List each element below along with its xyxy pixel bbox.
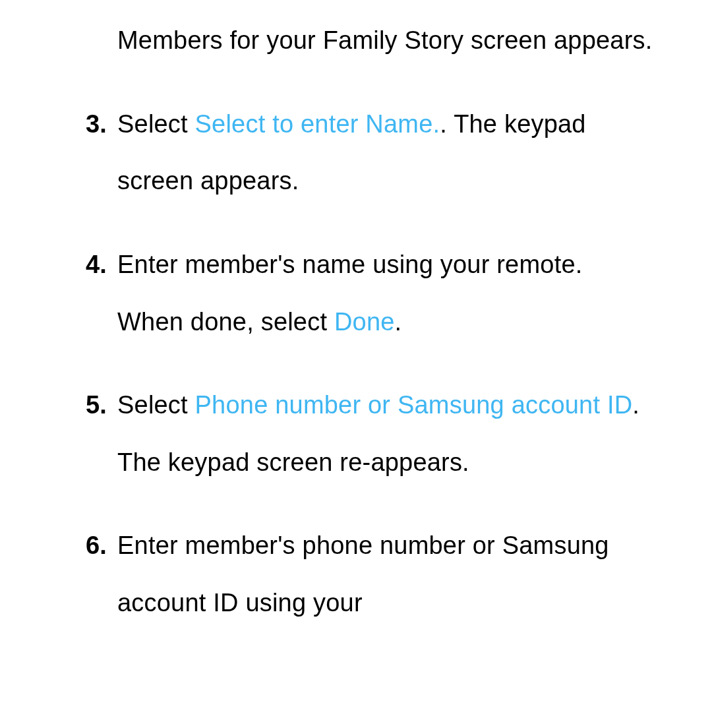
step-text: Select [117, 110, 195, 138]
step-4: 4. Enter member's name using your remote… [86, 236, 653, 350]
step-body: Members for your Family Story screen app… [117, 26, 653, 54]
step-text: Members for your Family Story screen app… [117, 26, 653, 54]
step-5: 5. Select Phone number or Samsung accoun… [86, 377, 653, 491]
highlighted-term: Done [334, 308, 395, 336]
instruction-page: Members for your Family Story screen app… [0, 0, 712, 632]
step-6: 6. Enter member's phone number or Samsun… [86, 517, 653, 631]
highlighted-term: Select to enter Name. [195, 110, 440, 138]
step-body: Enter member's name using your remote. W… [117, 251, 582, 336]
step-body: Select Phone number or Samsung account I… [117, 391, 639, 476]
step-body: Enter member's phone number or Samsung a… [117, 531, 609, 617]
step-marker: 4. [86, 236, 107, 293]
step-text: Select [117, 391, 195, 419]
step-marker: 6. [86, 517, 107, 574]
step-3: 3. Select Select to enter Name.. The key… [86, 96, 653, 210]
step-body: Select Select to enter Name.. The keypad… [117, 110, 586, 195]
step-continuation: Members for your Family Story screen app… [86, 12, 653, 69]
step-marker: 5. [86, 377, 107, 434]
step-text: . [395, 308, 402, 336]
highlighted-term: Phone number or Samsung account ID [195, 391, 633, 419]
step-marker: 3. [86, 96, 107, 153]
step-text: Enter member's phone number or Samsung a… [117, 531, 609, 617]
